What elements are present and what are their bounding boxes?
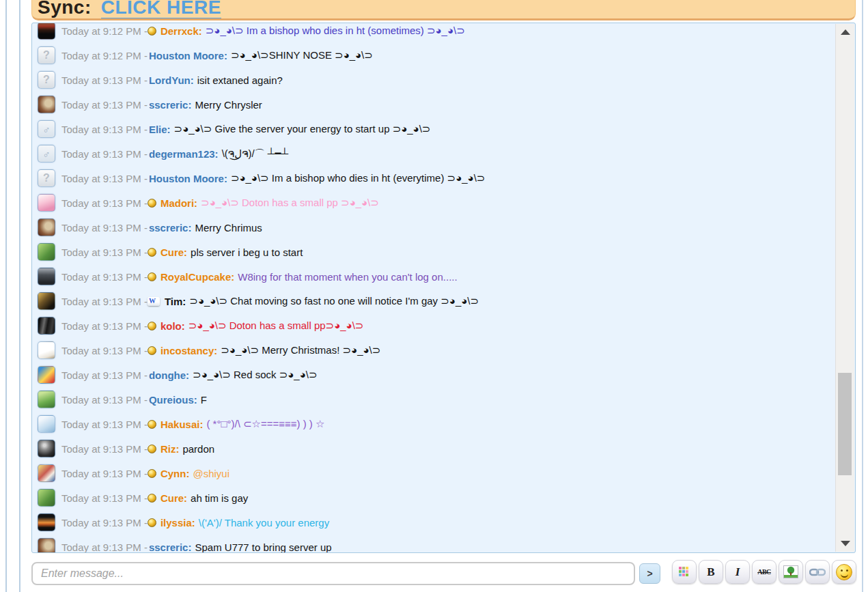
message-timestamp: Today at 9:13 PM - — [61, 517, 148, 528]
message-text: ⊃◕_◕\⊃ Im a bishop who dies in ht (somet… — [206, 25, 465, 37]
avatar: ? — [38, 169, 55, 187]
message-row: Today at 9:13 PM - Cure:ah tim is gay — [38, 485, 855, 510]
avatar — [38, 440, 55, 457]
message-row: Today at 9:13 PM - Riz:pardon — [38, 436, 855, 461]
avatar: ? — [38, 46, 55, 64]
avatar: ? — [38, 71, 55, 89]
avatar — [38, 415, 55, 433]
chain-link-icon — [809, 568, 826, 576]
avatar — [38, 538, 55, 553]
composer-toolbar: B I ABC — [672, 560, 856, 584]
message-timestamp: Today at 9:13 PM - — [61, 369, 148, 381]
chat-scrollbar[interactable] — [835, 24, 854, 552]
message-timestamp: Today at 9:13 PM - — [61, 271, 148, 283]
message-timestamp: Today at 9:13 PM - — [61, 419, 148, 430]
message-list: Today at 9:12 PM - Derrxck:⊃◕_◕\⊃ Im a b… — [32, 23, 855, 553]
gold-coin-badge-icon — [148, 494, 156, 503]
message-username: Madori: — [160, 197, 197, 209]
message-row: ?Today at 9:13 PM - Houston Moore:⊃◕_◕\⊃… — [38, 166, 855, 191]
message-timestamp: Today at 9:13 PM - — [61, 320, 148, 332]
avatar: ♂ — [38, 145, 55, 163]
message-row: Today at 9:13 PM - sscreric:Merry Chrimu… — [38, 215, 855, 240]
bold-button[interactable]: B — [699, 560, 723, 584]
avatar — [38, 292, 55, 310]
message-row: Today at 9:13 PM - kolo:⊃◕_◕\⊃ Doton has… — [38, 313, 855, 338]
message-text: ⊃◕_◕\⊃ Doton has a small pp⊃◕_◕\⊃ — [188, 320, 364, 332]
message-text: ⊃◕_◕\⊃ Im a bishop who dies in ht (every… — [231, 172, 485, 184]
message-username: LordYun: — [149, 74, 194, 86]
message-row: Today at 9:12 PM - Derrxck:⊃◕_◕\⊃ Im a b… — [38, 23, 855, 43]
italic-button[interactable]: I — [725, 560, 750, 584]
message-row: Today at 9:13 PM - sscreric:Spam U777 to… — [38, 535, 855, 553]
strikethrough-icon: ABC — [757, 568, 771, 576]
message-username: Hakusai: — [160, 419, 204, 430]
message-username: Houston Moore: — [149, 50, 227, 61]
message-text: \('A')/ Thank you your energy — [199, 517, 329, 528]
message-text: ⊃◕_◕\⊃ Give the server your energy to st… — [174, 123, 431, 135]
message-text: ah tim is gay — [191, 492, 248, 504]
message-input[interactable] — [31, 562, 635, 585]
message-username: incostancy: — [160, 345, 217, 356]
message-row: Today at 9:13 PM - RoyalCupcake:W8ing fo… — [38, 264, 855, 289]
message-text: Merry Chrimus — [195, 222, 262, 234]
message-row: Today at 9:13 PM - Madori:⊃◕_◕\⊃ Doton h… — [38, 191, 855, 215]
message-timestamp: Today at 9:13 PM - — [61, 246, 148, 258]
message-timestamp: Today at 9:13 PM - — [61, 74, 148, 86]
gold-coin-badge-icon — [148, 518, 156, 527]
scrollbar-up-arrow[interactable] — [841, 29, 850, 35]
message-timestamp: Today at 9:13 PM - — [61, 124, 148, 135]
message-text: ⊃◕_◕\⊃ Red sock ⊃◕_◕\⊃ — [193, 369, 317, 381]
gold-coin-badge-icon — [148, 199, 156, 208]
message-text: ⊃◕_◕\⊃ Doton has a small pp ⊃◕_◕\⊃ — [201, 197, 379, 209]
sync-banner: Sync:CLICK HERE — [31, 0, 856, 20]
message-text: pls server i beg u to start — [191, 246, 303, 258]
bold-icon: B — [707, 565, 714, 579]
message-timestamp: Today at 9:13 PM - — [61, 468, 148, 479]
message-timestamp: Today at 9:13 PM - — [61, 492, 148, 504]
insert-link-button[interactable] — [805, 560, 830, 584]
message-row: Today at 9:13 PM - WTim:⊃◕_◕\⊃ Chat movi… — [38, 289, 855, 313]
message-username: Cure: — [160, 492, 187, 504]
message-text: \(ຈل͜ຈ)/⌒ ┴━┴ — [222, 147, 289, 160]
page-left-border-outer — [5, 0, 7, 592]
gold-coin-badge-icon — [148, 445, 156, 453]
message-username: donghe: — [149, 369, 189, 381]
message-username: Houston Moore: — [149, 173, 227, 184]
avatar — [38, 194, 55, 212]
message-text: ⊃◕_◕\⊃ Merry Christmas! ⊃◕_◕\⊃ — [221, 344, 380, 356]
message-row: Today at 9:13 PM - Qureious:F — [38, 387, 855, 412]
gold-coin-badge-icon — [148, 272, 156, 281]
avatar — [38, 317, 55, 335]
message-timestamp: Today at 9:13 PM - — [61, 197, 148, 209]
message-text: ( *°□°)/\ ⊂☆===≡≡≡) ) ) ☆ — [206, 418, 324, 430]
w-badge-icon: W — [148, 297, 160, 306]
message-username: Tim: — [165, 296, 186, 307]
emoji-button[interactable] — [832, 560, 856, 584]
message-text: isit extaned again? — [197, 74, 283, 86]
message-timestamp: Today at 9:12 PM - — [61, 25, 148, 37]
avatar — [38, 219, 55, 236]
message-text: pardon — [182, 443, 214, 455]
message-timestamp: Today at 9:13 PM - — [61, 394, 148, 406]
gold-coin-badge-icon — [148, 322, 156, 330]
message-text: ⊃◕_◕\⊃SHINY NOSE ⊃◕_◕\⊃ — [231, 49, 373, 61]
message-row: Today at 9:13 PM - donghe:⊃◕_◕\⊃ Red soc… — [38, 363, 855, 387]
send-button[interactable]: > — [639, 563, 660, 584]
message-row: ♂Today at 9:13 PM - degerman123:\(ຈل͜ຈ)/… — [38, 141, 855, 166]
scrollbar-down-arrow[interactable] — [841, 541, 850, 546]
sync-click-here-link[interactable]: CLICK HERE — [101, 0, 221, 20]
scrollbar-thumb[interactable] — [838, 373, 852, 475]
message-row: Today at 9:13 PM - Hakusai:( *°□°)/\ ⊂☆=… — [38, 412, 855, 436]
message-username: Elie: — [149, 124, 171, 135]
message-text: @shiyui — [193, 468, 229, 479]
strikethrough-button[interactable]: ABC — [752, 560, 776, 584]
gold-coin-badge-icon — [148, 346, 156, 355]
avatar: ♂ — [38, 120, 55, 138]
text-color-button[interactable] — [672, 560, 697, 584]
message-row: Today at 9:13 PM - Cure:pls server i beg… — [38, 240, 855, 264]
message-row: Today at 9:13 PM - sscreric:Merry Chrysl… — [38, 92, 855, 117]
insert-image-button[interactable] — [779, 560, 803, 584]
message-text: Spam U777 to bring server up — [195, 541, 331, 553]
message-timestamp: Today at 9:13 PM - — [61, 296, 148, 307]
italic-icon: I — [736, 565, 740, 579]
